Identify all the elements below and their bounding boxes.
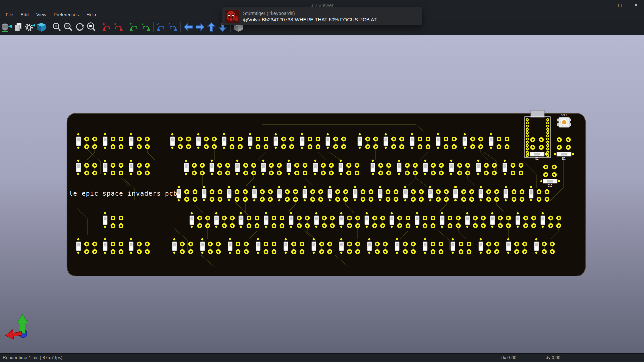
minimize-icon: ─ — [602, 2, 605, 8]
diode-label: D1 — [562, 157, 566, 160]
zoom-out-button[interactable] — [63, 21, 74, 34]
sw1-label: SW1 — [561, 113, 567, 117]
y-axis-arrow — [17, 314, 28, 333]
menu-file[interactable]: File — [2, 11, 17, 19]
render-options-icon — [24, 22, 35, 33]
copy-image-icon — [13, 22, 24, 33]
rotate-y-pos-button[interactable]: Y — [140, 21, 151, 34]
minimize-button[interactable]: ─ — [596, 0, 612, 10]
refresh-board-button[interactable] — [1, 21, 13, 34]
rotate-y-pos-icon: Y — [140, 22, 151, 33]
menu-help[interactable]: Help — [83, 11, 100, 19]
menu-view[interactable]: View — [33, 11, 50, 19]
rotate-z-pos-icon: Z — [167, 22, 178, 33]
notification-popup[interactable]: Sturmtiger (#keyboards) @Volvo B5234T#07… — [222, 7, 422, 25]
diode-label: D15 — [548, 184, 553, 187]
pan-up-button[interactable] — [206, 21, 217, 34]
3d-viewport-canvas[interactable]: D2D1D15SW1le epic space invaders pcb — [0, 35, 644, 353]
pan-left-button[interactable] — [183, 21, 194, 34]
zoom-in-button[interactable] — [51, 21, 63, 34]
menu-edit[interactable]: Edit — [17, 11, 33, 19]
maximize-icon: □ — [618, 2, 622, 8]
pan-right-button[interactable] — [194, 21, 206, 34]
rotate-y-neg-icon: Y — [129, 22, 140, 33]
toolbar-separator — [180, 22, 181, 32]
rotate-y-neg-button[interactable]: Y — [128, 21, 140, 34]
spiderman-avatar-image — [225, 10, 239, 23]
toolbar-separator — [126, 22, 126, 32]
zoom-in-icon — [52, 22, 62, 33]
notification-texts: Sturmtiger (#keyboards) @Volvo B5234T#07… — [243, 11, 377, 22]
orientation-cube-button[interactable] — [36, 21, 47, 34]
notification-sender: Sturmtiger (#keyboards) — [243, 11, 377, 16]
svg-text:X: X — [103, 22, 105, 26]
dy-readout: dy 0.00 — [546, 355, 560, 360]
usb-connector-tab — [531, 110, 544, 117]
redraw-icon — [74, 22, 85, 33]
zoom-fit-button[interactable] — [86, 21, 97, 34]
refresh-board-icon — [2, 22, 12, 33]
maximize-button[interactable]: □ — [612, 0, 628, 10]
toolbar-separator — [49, 22, 49, 32]
pan-right-icon — [195, 22, 205, 33]
zoom-out-icon — [63, 22, 74, 33]
window-title: 3D Viewer — [311, 2, 334, 8]
notification-message: @Volvo B5234T#0733 WHERE THAT 60% FOCUS … — [243, 17, 377, 22]
x-axis-arrow — [5, 329, 22, 340]
rotate-x-neg-button[interactable]: X — [101, 21, 113, 34]
pcb-render: D2D1D15SW1le epic space invaders pcb — [0, 35, 644, 353]
rotate-x-neg-icon: X — [102, 22, 112, 33]
svg-text:Y: Y — [141, 22, 144, 26]
pan-left-icon — [183, 22, 194, 33]
copy-image-button[interactable] — [13, 21, 24, 34]
svg-text:Y: Y — [130, 22, 132, 26]
rotate-z-neg-button[interactable]: Z — [156, 21, 167, 34]
toolbar-separator — [153, 22, 154, 32]
redraw-button[interactable] — [74, 21, 86, 34]
render-time-text: Render time 1 ms ( 875.7 fps) — [3, 355, 63, 360]
rotate-z-pos-button[interactable]: Z — [167, 21, 178, 34]
dx-readout: dx 0.00 — [501, 355, 516, 360]
pcb-silkscreen-text: le epic space invaders pcb — [69, 190, 177, 197]
orientation-cube-icon — [36, 22, 47, 33]
rotate-x-pos-icon: X — [113, 22, 124, 33]
menu-preferences[interactable]: Preferences — [50, 11, 83, 19]
close-button[interactable]: ✕ — [628, 0, 644, 10]
axis-gizmo — [3, 311, 40, 343]
avatar — [225, 10, 239, 23]
rotate-x-pos-button[interactable]: X — [113, 21, 124, 34]
pan-up-icon — [206, 22, 217, 33]
toolbar-separator — [99, 22, 99, 32]
svg-text:Z: Z — [157, 22, 159, 26]
svg-text:Z: Z — [168, 22, 170, 26]
statusbar: Render time 1 ms ( 875.7 fps) dx 0.00 dy… — [0, 353, 644, 362]
render-options-button[interactable] — [24, 21, 36, 34]
rotate-z-neg-icon: Z — [156, 22, 167, 33]
zoom-fit-icon — [86, 22, 97, 33]
window-controls: ─ □ ✕ — [596, 0, 644, 10]
svg-text:X: X — [114, 22, 116, 26]
app-window: 3D Viewer ─ □ ✕ File Edit View Preferenc… — [0, 0, 644, 362]
close-icon: ✕ — [634, 2, 638, 8]
